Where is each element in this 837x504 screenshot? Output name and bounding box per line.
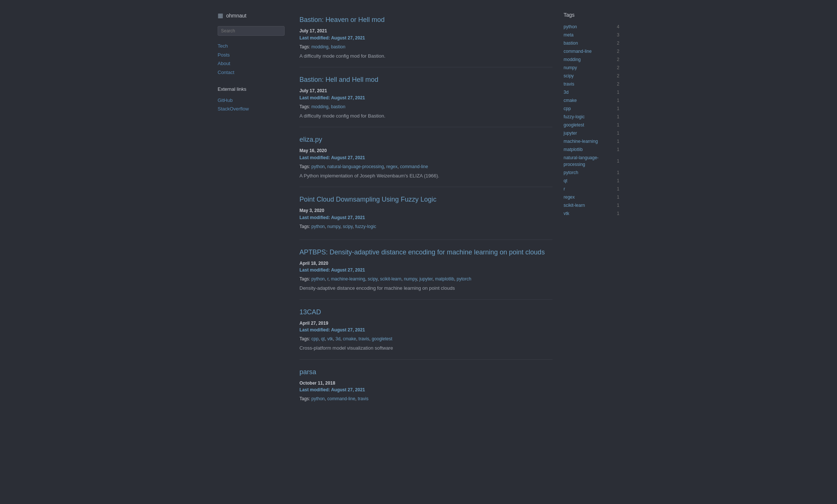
nav-posts[interactable]: Posts xyxy=(218,51,285,60)
tag-link[interactable]: natural-language-processing xyxy=(564,154,617,168)
post-tag[interactable]: bastion xyxy=(331,104,346,109)
post-tag[interactable]: pytorch xyxy=(457,276,471,282)
tag-link[interactable]: cpp xyxy=(564,105,571,112)
tag-link[interactable]: vtk xyxy=(564,210,569,217)
main-nav: Tech Posts About Contact xyxy=(218,42,285,77)
tag-link[interactable]: cmake xyxy=(564,97,577,104)
post-item: Bastion: Hell and Hell mod July 17, 2021… xyxy=(299,67,552,127)
tag-item: modding 2 xyxy=(564,55,619,64)
tag-link[interactable]: python xyxy=(564,23,577,30)
post-item: Bastion: Heaven or Hell mod July 17, 202… xyxy=(299,7,552,67)
tag-count: 1 xyxy=(617,122,619,128)
tag-link[interactable]: 3d xyxy=(564,89,568,96)
post-tag[interactable]: command-line xyxy=(327,396,355,401)
tag-link[interactable]: matplotlib xyxy=(564,146,583,153)
tag-link[interactable]: machine-learning xyxy=(564,138,598,145)
post-tag[interactable]: python xyxy=(311,276,325,282)
post-tag[interactable]: numpy xyxy=(404,276,417,282)
post-modified: Last modified: August 27, 2021 xyxy=(299,386,552,393)
post-tag[interactable]: 3d xyxy=(336,336,340,341)
tag-link[interactable]: regex xyxy=(564,194,575,200)
post-tag[interactable]: command-line xyxy=(400,164,428,169)
post-title[interactable]: APTBPS: Density-adaptive distance encodi… xyxy=(299,247,552,257)
tags-title: Tags xyxy=(564,11,619,19)
tag-link[interactable]: googletest xyxy=(564,122,584,128)
tag-link[interactable]: command-line xyxy=(564,48,591,55)
post-tag[interactable]: modding xyxy=(311,44,328,49)
tag-count: 1 xyxy=(617,194,619,200)
tag-count: 1 xyxy=(617,186,619,192)
nav-contact[interactable]: Contact xyxy=(218,68,285,77)
post-title[interactable]: Bastion: Heaven or Hell mod xyxy=(299,15,552,25)
tag-link[interactable]: travis xyxy=(564,81,574,87)
post-tag[interactable]: machine-learning xyxy=(331,276,365,282)
post-tag[interactable]: cmake xyxy=(343,336,356,341)
post-tag[interactable]: travis xyxy=(358,396,369,401)
post-item: eliza.py May 16, 2020 Last modified: Aug… xyxy=(299,127,552,187)
post-tag[interactable]: googletest xyxy=(372,336,392,341)
post-tag[interactable]: scipy xyxy=(368,276,377,282)
nav-stackoverflow[interactable]: StackOverflow xyxy=(218,105,285,113)
post-modified: Last modified: August 27, 2021 xyxy=(299,327,552,333)
post-description: Cross-platform model visualization softw… xyxy=(299,344,552,352)
tag-link[interactable]: fuzzy-logic xyxy=(564,113,585,120)
tag-link[interactable]: scikit-learn xyxy=(564,202,585,209)
post-tag[interactable]: python xyxy=(311,396,325,401)
search-input[interactable] xyxy=(218,26,285,36)
tag-count: 3 xyxy=(617,32,619,38)
post-tag[interactable]: regex xyxy=(387,164,398,169)
post-tags: Tags: python, numpy, scipy, fuzzy-logic xyxy=(299,223,552,230)
tag-count: 1 xyxy=(617,202,619,209)
tag-count: 2 xyxy=(617,73,619,79)
post-tag[interactable]: fuzzy-logic xyxy=(355,224,376,229)
post-title[interactable]: Bastion: Hell and Hell mod xyxy=(299,75,552,85)
tag-link[interactable]: jupyter xyxy=(564,130,577,137)
post-tag[interactable]: bastion xyxy=(331,44,346,49)
tag-link[interactable]: qt xyxy=(564,177,567,184)
post-description: A difficulty mode config mod for Bastion… xyxy=(299,112,552,120)
post-tag[interactable]: matplotlib xyxy=(435,276,454,282)
site-logo: ▦ ohmnaut xyxy=(218,11,285,20)
post-tag[interactable]: vtk xyxy=(327,336,333,341)
post-tags: Tags: python, r, machine-learning, scipy… xyxy=(299,276,552,282)
nav-github[interactable]: GitHub xyxy=(218,96,285,105)
tag-count: 1 xyxy=(617,105,619,112)
nav-about[interactable]: About xyxy=(218,59,285,68)
tag-item: jupyter 1 xyxy=(564,129,619,137)
tag-item: r 1 xyxy=(564,185,619,193)
tag-item: scipy 2 xyxy=(564,72,619,80)
tag-link[interactable]: meta xyxy=(564,32,574,38)
post-tag[interactable]: numpy xyxy=(327,224,340,229)
post-tag[interactable]: jupyter xyxy=(419,276,432,282)
tag-link[interactable]: r xyxy=(564,186,565,192)
post-title[interactable]: parsa xyxy=(299,367,552,377)
tag-link[interactable]: modding xyxy=(564,56,581,63)
tag-count: 1 xyxy=(617,158,619,164)
post-tag[interactable]: qt xyxy=(321,336,325,341)
tag-link[interactable]: scipy xyxy=(564,73,574,79)
tag-count: 1 xyxy=(617,89,619,96)
tag-item: scikit-learn 1 xyxy=(564,201,619,209)
post-title[interactable]: 13CAD xyxy=(299,307,552,317)
post-tag[interactable]: natural-language-processing xyxy=(327,164,384,169)
post-tag[interactable]: travis xyxy=(359,336,369,341)
nav-tech[interactable]: Tech xyxy=(218,42,285,51)
post-tag[interactable]: modding xyxy=(311,104,328,109)
post-description: A difficulty mode config mod for Bastion… xyxy=(299,52,552,60)
post-title[interactable]: Point Cloud Downsampling Using Fuzzy Log… xyxy=(299,195,552,205)
post-tag[interactable]: r xyxy=(327,276,328,282)
tag-item: natural-language-processing 1 xyxy=(564,154,619,168)
main-content: Bastion: Heaven or Hell mod July 17, 202… xyxy=(292,7,560,497)
post-tag[interactable]: scikit-learn xyxy=(380,276,401,282)
tag-count: 2 xyxy=(617,48,619,55)
post-title[interactable]: eliza.py xyxy=(299,135,552,145)
post-date: May 3, 2020 xyxy=(299,208,324,213)
tag-link[interactable]: bastion xyxy=(564,40,578,46)
post-tag[interactable]: python xyxy=(311,224,325,229)
post-tag[interactable]: scipy xyxy=(343,224,353,229)
post-tag[interactable]: cpp xyxy=(311,336,318,341)
tag-count: 1 xyxy=(617,146,619,153)
tag-link[interactable]: numpy xyxy=(564,64,577,71)
post-tag[interactable]: python xyxy=(311,164,325,169)
tag-link[interactable]: pytorch xyxy=(564,169,578,176)
